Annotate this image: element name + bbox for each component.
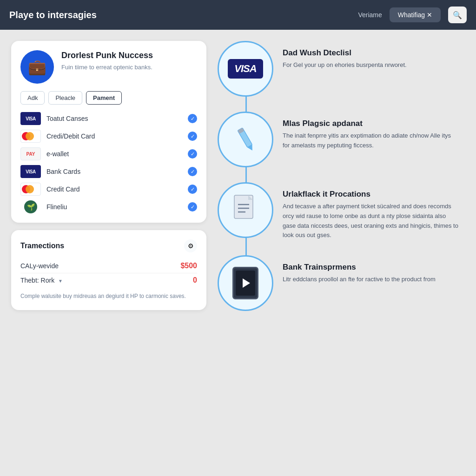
feature-text: Dad Wush Dteclisl For Gel your up on eho… <box>283 41 407 70</box>
feature-circle-visa: VISA <box>218 41 273 97</box>
main-content: 💼 Drorlest Punk Nuccess Fuin tiime to er… <box>0 30 476 337</box>
feature-text: Mlas Plagsic apdanat The inait fenprre y… <box>283 112 459 151</box>
profile-subtitle: Fuin tiime to erreat optenic banks. <box>61 63 153 72</box>
feature-circle-pencil <box>218 112 273 167</box>
profile-title: Drorlest Punk Nuccess <box>61 50 153 61</box>
check-icon: ✓ <box>188 202 197 212</box>
check-icon: ✓ <box>188 185 197 194</box>
check-icon: ✓ <box>188 114 197 123</box>
tab-pleacle[interactable]: Pleacle <box>48 91 82 105</box>
feature-circle-document <box>218 182 273 238</box>
navbar-btn[interactable]: Whatifiag ✕ <box>390 7 441 22</box>
transactions-title: Tramections <box>20 242 64 250</box>
visa-icon: VISA <box>228 59 263 79</box>
profile-card: 💼 Drorlest Punk Nuccess Fuin tiime to er… <box>11 41 206 223</box>
payment-name: Flineliu <box>46 203 182 211</box>
feature-title: Urlakflack it Procations <box>283 190 459 199</box>
feature-title: Bank Trainsprmens <box>283 263 436 272</box>
transaction-amount: $500 <box>180 262 197 270</box>
list-item[interactable]: 🌱 Flineliu ✓ <box>20 200 197 213</box>
transaction-description: Comple walusite buy midreuas an degiurd … <box>20 292 197 301</box>
feature-text: Bank Trainsprmens Litr eddclans proollol… <box>283 255 436 284</box>
right-panel: VISA Dad Wush Dteclisl For Gel your up o… <box>218 41 465 326</box>
payment-list: VISA Toatut Canses ✓ Credi/Debit Card ✓ … <box>20 112 197 213</box>
payment-name: Credit Card <box>46 185 182 193</box>
feature-title: Mlas Plagsic apdanat <box>283 119 459 128</box>
search-icon: 🔍 <box>453 11 462 20</box>
left-panel: 💼 Drorlest Punk Nuccess Fuin tiime to er… <box>11 41 206 326</box>
feature-item: VISA Dad Wush Dteclisl For Gel your up o… <box>218 41 465 97</box>
check-icon: ✓ <box>188 167 197 176</box>
avatar: 💼 <box>20 50 54 84</box>
navbar-link[interactable]: Veriame <box>358 11 382 19</box>
transaction-label: Thebt: Rork ▼ <box>20 277 63 284</box>
tablet-screen <box>236 271 255 296</box>
profile-header: 💼 Drorlest Punk Nuccess Fuin tiime to er… <box>20 50 197 84</box>
tab-adk[interactable]: Adk <box>20 91 45 105</box>
transactions-header: Tramections ⚙ <box>20 239 197 252</box>
pencil-icon <box>226 120 264 159</box>
navbar-title: Playe to intersagies <box>9 10 350 20</box>
check-icon: ✓ <box>188 149 197 159</box>
payment-name: Toatut Canses <box>46 115 182 122</box>
list-item[interactable]: VISA Bank Cards ✓ <box>20 165 197 178</box>
feature-description: The inait fenprre yitis arx exptimation … <box>283 131 459 151</box>
fintech-logo: 🌱 <box>20 200 41 213</box>
visa-logo: VISA <box>20 165 41 178</box>
feature-title: Dad Wush Dteclisl <box>283 48 407 58</box>
payment-name: Bank Cards <box>46 168 182 175</box>
payment-name: e-wallet <box>46 150 182 158</box>
transaction-label: CALy-wevide <box>20 262 59 270</box>
feature-circle-tablet <box>218 255 273 311</box>
list-item[interactable]: VISA Toatut Canses ✓ <box>20 112 197 125</box>
document-icon <box>231 193 260 227</box>
mastercard-logo <box>20 130 41 143</box>
mastercard-logo <box>20 183 41 196</box>
list-item[interactable]: PAY e-wallet ✓ <box>20 147 197 160</box>
play-icon <box>243 278 250 288</box>
tab-pament[interactable]: Pament <box>86 91 122 105</box>
list-item[interactable]: Credi/Debit Card ✓ <box>20 130 197 143</box>
feature-item: Urlakflack it Procations And tecasve a a… <box>218 182 465 240</box>
search-button[interactable]: 🔍 <box>448 7 467 23</box>
profile-info: Drorlest Punk Nuccess Fuin tiime to erre… <box>61 50 153 84</box>
feature-description: For Gel your up on ehories busrpenta nrw… <box>283 60 407 70</box>
feature-description: And tecasve a after payment ticket sücal… <box>283 202 459 240</box>
dropdown-arrow-icon: ▼ <box>58 278 63 284</box>
payment-name: Credi/Debit Card <box>46 132 182 140</box>
navbar: Playe to intersagies Veriame Whatifiag ✕… <box>0 0 476 30</box>
tablet-icon <box>232 267 258 299</box>
transactions-card: Tramections ⚙ CALy-wevide $500 Thebt: Ro… <box>11 230 206 310</box>
transaction-row[interactable]: CALy-wevide $500 <box>20 259 197 273</box>
feature-item: Bank Trainsprmens Litr eddclans proollol… <box>218 255 465 311</box>
list-item[interactable]: Credit Card ✓ <box>20 183 197 196</box>
gear-icon: ⚙ <box>188 242 194 250</box>
ewallet-logo: PAY <box>20 147 41 160</box>
visa-logo: VISA <box>20 112 41 125</box>
tab-row: Adk Pleacle Pament <box>20 91 197 105</box>
transaction-row[interactable]: Thebt: Rork ▼ 0 <box>20 273 197 287</box>
settings-button[interactable]: ⚙ <box>184 239 197 252</box>
briefcase-icon: 💼 <box>28 58 46 76</box>
feature-text: Urlakflack it Procations And tecasve a a… <box>283 182 459 240</box>
feature-description: Litr eddclans proollol an fte for ractiv… <box>283 275 436 284</box>
transaction-amount: 0 <box>193 276 197 284</box>
check-icon: ✓ <box>188 132 197 141</box>
feature-item: Mlas Plagsic apdanat The inait fenprre y… <box>218 112 465 167</box>
